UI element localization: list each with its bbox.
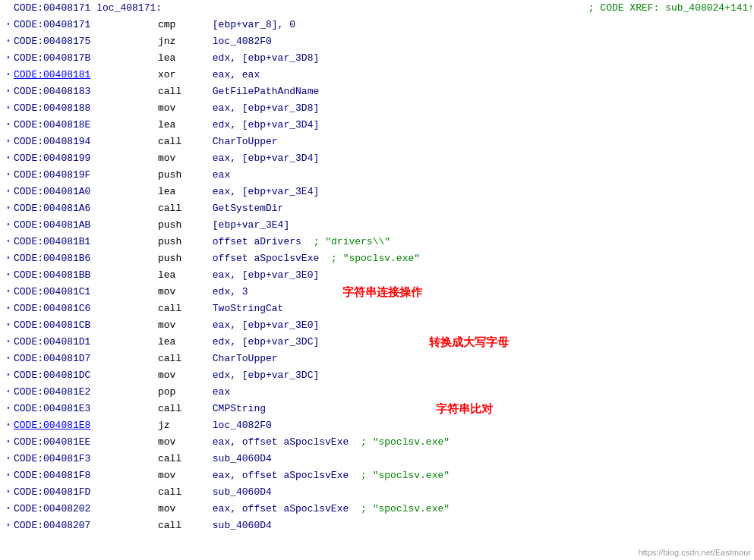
addr: CODE:004081BB xyxy=(14,267,135,284)
mnemonic: push xyxy=(135,250,177,267)
watermark: https://blog.csdn.net/Eastmour xyxy=(638,548,751,557)
operands: [ebp+var_8], 0 xyxy=(177,17,295,33)
operands: offset aDrivers xyxy=(177,234,301,250)
mnemonic: mov xyxy=(135,467,177,484)
operands: sub_4060D4 xyxy=(177,484,272,501)
operands: edx, 3 xyxy=(177,284,248,300)
mnemonic: push xyxy=(135,234,177,250)
bullet: • xyxy=(3,100,14,117)
operands: edx, [ebp+var_3D4] xyxy=(177,117,319,134)
code-line: • CODE:004081D7 call CharToUpper xyxy=(0,351,754,367)
addr: CODE:004081A0 xyxy=(14,184,135,200)
operands: eax, offset aSpoclsvExe xyxy=(177,434,349,451)
mnemonic: call xyxy=(135,351,177,367)
bullet: • xyxy=(3,334,14,351)
bullet: • xyxy=(3,17,14,33)
mnemonic: lea xyxy=(135,117,177,134)
bullet: • xyxy=(3,167,14,184)
operands: TwoStringCat xyxy=(177,300,283,317)
operands: sub_4060D4 xyxy=(177,518,272,534)
addr: CODE:0040819F xyxy=(14,167,135,184)
operands: eax, [ebp+var_3E0] xyxy=(177,267,319,284)
mnemonic: lea xyxy=(135,184,177,200)
addr: CODE:004081EE xyxy=(14,434,135,451)
addr: CODE:00408202 xyxy=(14,501,135,518)
bullet: • xyxy=(3,134,14,150)
bullet: • xyxy=(3,518,14,534)
operands: [ebp+var_3E4] xyxy=(177,217,289,234)
addr: CODE:0040818E xyxy=(14,117,135,134)
bullet: • xyxy=(3,300,14,317)
addr: CODE:00408207 xyxy=(14,518,135,534)
mnemonic: mov xyxy=(135,317,177,334)
bullet: • xyxy=(3,150,14,167)
mnemonic: lea xyxy=(135,50,177,67)
operands: CharToUpper xyxy=(177,351,278,367)
addr: CODE:004081E3 xyxy=(14,401,135,417)
code-line: • CODE:004081CB mov eax, [ebp+var_3E0] xyxy=(0,317,754,334)
code-line: • CODE:004081C6 call TwoStringCat xyxy=(0,300,754,317)
bullet: • xyxy=(3,200,14,217)
bullet-header xyxy=(3,0,14,17)
addr: CODE:004081C1 xyxy=(14,284,135,300)
bullet: • xyxy=(3,117,14,134)
operands: edx, [ebp+var_3DC] xyxy=(177,334,319,351)
addr: CODE:004081B1 xyxy=(14,234,135,250)
mnemonic: mov xyxy=(135,367,177,384)
code-line: • CODE:004081EE mov eax, offset aSpoclsv… xyxy=(0,434,754,451)
code-line: • CODE:00408181 xor eax, eax xyxy=(0,67,754,83)
operands: offset aSpoclsvExe xyxy=(177,250,319,267)
addr-link[interactable]: CODE:00408181 xyxy=(14,67,135,83)
mnemonic: mov xyxy=(135,100,177,117)
comment: ; "spoclsv.exe" xyxy=(355,434,450,451)
addr: CODE:004081F3 xyxy=(14,451,135,467)
operands: eax, [ebp+var_3D4] xyxy=(177,150,319,167)
operands: CMPString xyxy=(177,401,266,417)
addr: CODE:004081D1 xyxy=(14,334,135,351)
addr: CODE:004081DC xyxy=(14,367,135,384)
code-line: • CODE:004081B6 push offset aSpoclsvExe … xyxy=(0,250,754,267)
addr: CODE:004081AB xyxy=(14,217,135,234)
code-line: • CODE:0040819F push eax xyxy=(0,167,754,184)
mnemonic: push xyxy=(135,217,177,234)
bullet: • xyxy=(3,250,14,267)
mnemonic: call xyxy=(135,200,177,217)
comment: ; "drivers\\" xyxy=(308,234,390,250)
operands: eax, [ebp+var_3E0] xyxy=(177,317,319,334)
bullet: • xyxy=(3,284,14,300)
mnemonic: lea xyxy=(135,267,177,284)
code-line: • CODE:004081D1 lea edx, [ebp+var_3DC] 转… xyxy=(0,334,754,351)
bullet: • xyxy=(3,351,14,367)
bullet: • xyxy=(3,434,14,451)
addr: CODE:00408188 xyxy=(14,100,135,117)
bullet: • xyxy=(3,217,14,234)
operands: GetFilePathAndName xyxy=(177,83,319,100)
annotation-toupper: 转换成大写字母 xyxy=(334,334,509,351)
bullet: • xyxy=(3,384,14,401)
code-line: • CODE:00408175 jnz loc_4082F0 xyxy=(0,33,754,50)
comment: ; "spoclsv.exe" xyxy=(355,467,450,484)
addr: CODE:00408175 xyxy=(14,33,135,50)
bullet: • xyxy=(3,50,14,67)
code-line: • CODE:00408171 cmp [ebp+var_8], 0 xyxy=(0,17,754,33)
operands: edx, [ebp+var_3D8] xyxy=(177,50,319,67)
bullet: • xyxy=(3,467,14,484)
addr: CODE:004081E2 xyxy=(14,384,135,401)
code-line: • CODE:00408207 call sub_4060D4 xyxy=(0,518,754,534)
mnemonic: mov xyxy=(135,501,177,518)
addr-link[interactable]: CODE:004081E8 xyxy=(14,417,135,434)
addr: CODE:00408194 xyxy=(14,134,135,150)
code-line: • CODE:00408183 call GetFilePathAndName xyxy=(0,83,754,100)
addr: CODE:004081F8 xyxy=(14,467,135,484)
bullet: • xyxy=(3,67,14,83)
code-line: • CODE:004081F3 call sub_4060D4 xyxy=(0,451,754,467)
addr: CODE:00408171 xyxy=(14,17,135,33)
mnemonic: call xyxy=(135,83,177,100)
operands: loc_4082F0 xyxy=(177,417,272,434)
operands: eax, [ebp+var_3D8] xyxy=(177,100,319,117)
addr: CODE:004081C6 xyxy=(14,300,135,317)
code-line: • CODE:004081B1 push offset aDrivers ; "… xyxy=(0,234,754,250)
operands: edx, [ebp+var_3DC] xyxy=(177,367,319,384)
mnemonic: pop xyxy=(135,384,177,401)
mnemonic: lea xyxy=(135,334,177,351)
